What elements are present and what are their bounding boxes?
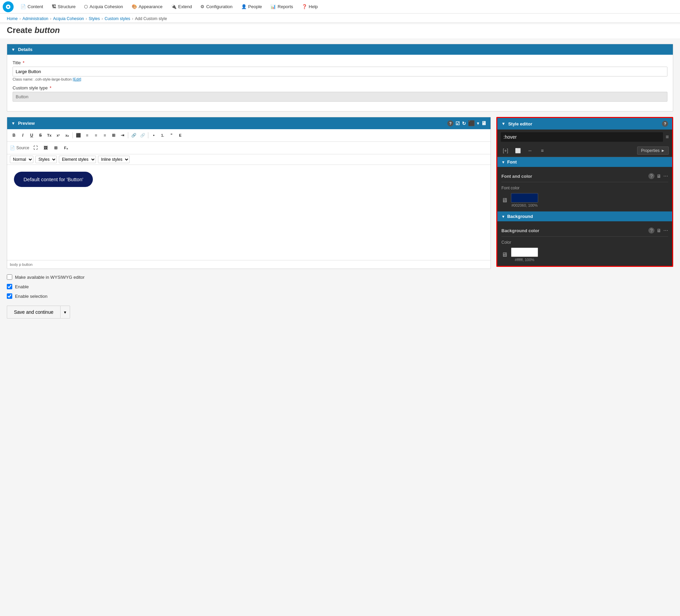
se-selector-input[interactable]	[501, 132, 663, 142]
se-bg-color-row: 🖥 #ffffff, 100%	[501, 247, 668, 262]
unlink-button[interactable]: 🔗	[138, 131, 147, 139]
format-select[interactable]: Normal	[10, 156, 33, 163]
se-bg-more-icon[interactable]: ⋯	[663, 228, 668, 233]
nav-item-content[interactable]: 📄 Content	[16, 0, 48, 14]
wysiwyg-checkbox[interactable]	[7, 274, 12, 280]
clear-format-button[interactable]: Tx	[45, 131, 53, 139]
ol-button[interactable]: 1.	[159, 131, 167, 139]
style-editor-panel-header[interactable]: ▼ Style editor ?	[497, 118, 672, 130]
bold-button[interactable]: B	[10, 131, 18, 139]
preview-panel-header[interactable]: ▼ Preview ? ☑ ↻ ⬛ ▾ 🖥	[7, 117, 491, 129]
se-font-color-swatch[interactable]	[511, 193, 538, 203]
enable-selection-checkbox[interactable]	[7, 293, 12, 299]
se-font-more-icon[interactable]: ⋯	[663, 173, 668, 179]
align-right-button[interactable]: ≡	[92, 131, 100, 139]
nav-item-acquia-cohesion[interactable]: ⬡ Acquia Cohesion	[80, 0, 127, 14]
title-input[interactable]	[13, 67, 667, 76]
fullscreen-button[interactable]: ⛶	[31, 144, 39, 152]
class-hint: Class name: .coh-style-large-button [Edi…	[13, 77, 667, 81]
se-tab-list[interactable]: ≡	[537, 147, 547, 155]
align-left-button[interactable]: ⬛	[74, 131, 82, 139]
cohesion-icon: ⬡	[84, 4, 88, 9]
italic-button[interactable]: I	[19, 131, 27, 139]
wysiwyg-label[interactable]: Make available in WYSIWYG editor	[15, 275, 84, 280]
breadcrumb-acquia-cohesion[interactable]: Acquia Cohesion	[53, 16, 84, 21]
preview-monitor-icon[interactable]: 🖥	[481, 120, 486, 126]
help-icon: ❓	[302, 4, 307, 9]
ul-button[interactable]: •	[150, 131, 158, 139]
se-list-icon[interactable]: ≡	[666, 134, 669, 140]
style-editor-help-icon[interactable]: ?	[662, 121, 668, 127]
superscript-button[interactable]: x²	[54, 131, 62, 139]
styles-select[interactable]: Styles	[35, 156, 57, 163]
se-selector-bar: ≡	[497, 130, 672, 144]
preview-checkbox-icon[interactable]: ☑	[455, 121, 460, 126]
se-font-section-header[interactable]: ▼ Font	[497, 157, 672, 167]
se-tab-insert[interactable]: [+]	[501, 147, 510, 155]
preview-refresh-icon[interactable]: ↻	[462, 121, 466, 126]
breadcrumb-home[interactable]: Home	[7, 16, 18, 21]
breadcrumb-custom-styles[interactable]: Custom styles	[104, 16, 130, 21]
preview-chevron-icon: ▼	[11, 121, 15, 126]
indent-button[interactable]: ⇥	[118, 131, 127, 139]
fx-button[interactable]: Fₓ	[62, 144, 70, 152]
grid-button[interactable]: ⊞	[52, 144, 60, 152]
se-tab-arrows[interactable]: ↔	[525, 147, 535, 155]
preview-dropdown-icon[interactable]: ▾	[477, 121, 479, 126]
breadcrumb-sep-3: ›	[86, 16, 87, 21]
breadcrumb-styles[interactable]: Styles	[89, 16, 100, 21]
reports-icon: 📊	[270, 4, 276, 9]
content-icon: 📄	[20, 4, 26, 9]
strikethrough-button[interactable]: S	[36, 131, 45, 139]
justify-button[interactable]: ≡	[101, 131, 109, 139]
underline-button[interactable]: U	[28, 131, 36, 139]
align-center-button[interactable]: ≡	[83, 131, 91, 139]
nav-item-extend[interactable]: 🔌 Extend	[167, 0, 196, 14]
preview-canvas: Default content for 'Button'	[7, 165, 491, 260]
se-tabs: [+] ⬜ ↔ ≡ Properties ►	[497, 144, 672, 157]
se-font-color-title: Font and color	[501, 174, 532, 179]
se-bg-color-swatch[interactable]	[511, 247, 538, 257]
enable-checkbox[interactable]	[7, 284, 12, 289]
blockquote-button[interactable]: "	[167, 131, 176, 139]
site-logo[interactable]	[3, 1, 14, 12]
nav-item-configuration[interactable]: ⚙ Configuration	[196, 0, 237, 14]
se-tab-image[interactable]: ⬜	[513, 147, 523, 155]
source-button[interactable]: 📄 Source	[10, 146, 29, 150]
details-panel: ▼ Details Title * Class name: .coh-style…	[7, 44, 673, 112]
se-font-color-value: #002060, 100%	[511, 203, 538, 207]
se-font-monitor-icon[interactable]: 🖥	[657, 173, 661, 179]
image-button[interactable]: 🖼	[42, 144, 50, 152]
people-icon: 👤	[241, 4, 247, 9]
preview-help-icon[interactable]: ?	[447, 120, 453, 126]
se-properties-button[interactable]: Properties ►	[637, 147, 669, 155]
nav-item-structure[interactable]: 🏗 Structure	[48, 0, 80, 14]
se-bg-section-label: Background	[507, 214, 533, 219]
breadcrumb-administration[interactable]: Administration	[22, 16, 48, 21]
se-font-color-label: Font color	[501, 186, 668, 190]
nav-item-people[interactable]: 👤 People	[237, 0, 266, 14]
se-bg-help-icon[interactable]: ?	[648, 227, 654, 234]
save-and-continue-button[interactable]: Save and continue	[7, 306, 60, 319]
nav-item-appearance[interactable]: 🎨 Appearance	[128, 0, 167, 14]
se-font-section-label: Font	[507, 159, 517, 165]
se-font-help-icon[interactable]: ?	[648, 173, 654, 179]
link-button[interactable]: 🔗	[130, 131, 138, 139]
preview-theme-icon[interactable]: ⬛	[468, 120, 475, 126]
save-dropdown-button[interactable]: ▾	[60, 306, 70, 319]
se-background-section-header[interactable]: ▼ Background	[497, 211, 672, 221]
special-button[interactable]: E	[176, 131, 184, 139]
nav-item-reports[interactable]: 📊 Reports	[266, 0, 298, 14]
table-button[interactable]: ⊞	[110, 131, 118, 139]
nav-item-help[interactable]: ❓ Help	[298, 0, 322, 14]
se-bg-monitor-icon[interactable]: 🖥	[657, 228, 661, 233]
inline-styles-select[interactable]: Inline styles	[98, 156, 130, 163]
enable-selection-label[interactable]: Enable selection	[15, 294, 47, 299]
details-panel-header[interactable]: ▼ Details	[7, 44, 673, 55]
se-font-subsection-icons: ? 🖥 ⋯	[648, 173, 668, 179]
element-styles-select[interactable]: Element styles	[59, 156, 96, 163]
enable-label[interactable]: Enable	[15, 284, 29, 289]
se-font-color-row: 🖥 #002060, 100%	[501, 193, 668, 207]
subscript-button[interactable]: x₂	[63, 131, 71, 139]
edit-class-link[interactable]: [Edit]	[73, 77, 81, 81]
